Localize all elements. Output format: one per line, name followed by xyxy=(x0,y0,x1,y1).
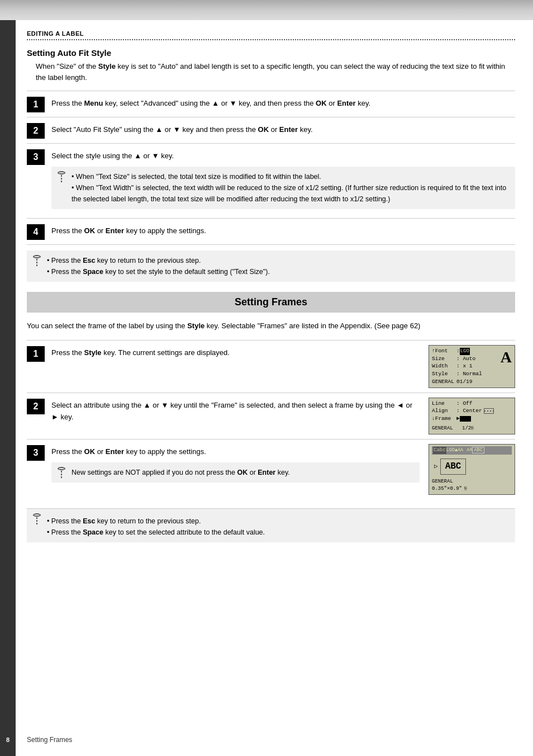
step-num-2: 2 xyxy=(27,123,45,139)
frames-step-2-text: Select an attribute using the ▲ or ▼ key… xyxy=(51,398,420,423)
lcd-row: Size: Auto xyxy=(432,355,482,363)
frames-step-2-image: Line: Off Align: Center ↓Frame► GENERAL … xyxy=(429,398,515,434)
frames-steps: 1 Press the Style key. The current setti… xyxy=(27,340,515,500)
note-icon xyxy=(56,171,67,182)
setting-frames-title-bar: Setting Frames xyxy=(27,292,515,313)
section-header: EDITING A LABEL xyxy=(27,30,515,37)
footer-sidebar: 8 xyxy=(0,731,16,748)
note-lines xyxy=(61,175,62,182)
step-num-3: 3 xyxy=(27,149,45,165)
auto-fit-desc: When "Size" of the Style key is set to "… xyxy=(36,61,515,83)
footer-label: Setting Frames xyxy=(27,736,72,744)
lcd-row: ↓Frame► xyxy=(432,415,512,423)
lcd-abc-text: ABC xyxy=(440,459,467,475)
step-num-4: 4 xyxy=(27,224,45,240)
frames-step-3-text: Press the OK or Enter key to apply the s… xyxy=(51,444,420,487)
lcd-3-topbar: CabcLGO▲AA A≜ABC xyxy=(432,446,512,455)
lcd-row: GENERAL01/19 xyxy=(432,378,482,386)
lcd-row: Style: Normal xyxy=(432,370,482,378)
main-content: EDITING A LABEL Setting Auto Fit Style W… xyxy=(16,20,533,756)
frames-step-1-image: ↑Font:LGO Size: Auto Width: x 1 Style: N… xyxy=(429,345,515,388)
auto-fit-steps: 1 Press the Menu key, select "Advanced" … xyxy=(27,91,515,245)
lcd-row: ↑Font:LGO xyxy=(432,347,482,355)
frames-step-3-content: Press the OK or Enter key to apply the s… xyxy=(51,444,515,495)
frames-step-3-image: CabcLGO▲AA A≜ABC ▷ ABC GENERAL0.35"×0.9"… xyxy=(429,444,515,495)
frames-step-2: 2 Select an attribute using the ▲ or ▼ k… xyxy=(27,393,515,440)
sidebar xyxy=(0,20,16,756)
frames-step-2-content: Select an attribute using the ▲ or ▼ key… xyxy=(51,398,515,434)
frames-bottom-note: • Press the Esc key to return to the pre… xyxy=(27,508,515,542)
lcd-row: Width: x 1 xyxy=(432,362,482,370)
auto-fit-title: Setting Auto Fit Style xyxy=(27,48,515,58)
frames-step-num-3: 3 xyxy=(27,445,45,461)
lcd-row: Line: Off xyxy=(432,400,512,408)
frames-step-1: 1 Press the Style key. The current setti… xyxy=(27,341,515,393)
lcd-2: Line: Off Align: Center ↓Frame► GENERAL … xyxy=(429,398,515,434)
step-2-text: Select "Auto Fit Style" using the ▲ or ▼… xyxy=(51,122,515,136)
note-icon-2 xyxy=(31,255,42,266)
page-wrapper: EDITING A LABEL Setting Auto Fit Style W… xyxy=(0,20,533,756)
frames-step-3: 3 Press the OK or Enter key to apply the… xyxy=(27,440,515,499)
frames-step-1-text: Press the Style key. The current setting… xyxy=(51,345,420,359)
auto-fit-bottom-note: • Press the Esc key to return to the pre… xyxy=(27,251,515,282)
note-icon-4 xyxy=(31,513,42,525)
note-icon-3 xyxy=(56,467,67,478)
frames-step-num-2: 2 xyxy=(27,399,45,414)
step-4-text: Press the OK or Enter key to apply the s… xyxy=(51,223,515,237)
step-3-text: Select the style using the ▲ or ▼ key. •… xyxy=(51,148,515,214)
footer-page-num: 8 xyxy=(6,736,9,743)
page-footer: 8 Setting Frames xyxy=(0,731,533,748)
note-circle xyxy=(58,171,65,174)
lcd-3-content: ▷ ABC xyxy=(432,456,512,477)
lcd-3-footer: GENERAL0.35"×0.9"⎘ xyxy=(432,478,512,493)
step-1-auto: 1 Press the Menu key, select "Advanced" … xyxy=(27,91,515,117)
step-num-1: 1 xyxy=(27,97,45,112)
setting-frames-desc: You can select the frame of the label by… xyxy=(27,320,515,332)
step-3-frames-note: New settings are NOT applied if you do n… xyxy=(51,462,420,483)
step-1-text: Press the Menu key, select "Advanced" us… xyxy=(51,96,515,110)
step-2-auto: 2 Select "Auto Fit Style" using the ▲ or… xyxy=(27,117,515,144)
dotted-rule xyxy=(27,39,515,40)
frames-step-num-1: 1 xyxy=(27,346,45,362)
setting-frames-title: Setting Frames xyxy=(235,296,307,308)
step-3-auto: 3 Select the style using the ▲ or ▼ key. xyxy=(27,144,515,219)
frames-step-1-content: Press the Style key. The current setting… xyxy=(51,345,515,388)
lcd-1: ↑Font:LGO Size: Auto Width: x 1 Style: N… xyxy=(429,345,515,388)
step-3-note: • When "Text Size" is selected, the tota… xyxy=(51,167,515,209)
step-4-auto: 4 Press the OK or Enter key to apply the… xyxy=(27,219,515,245)
lcd-big-a: A xyxy=(501,347,512,365)
lcd-3: CabcLGO▲AA A≜ABC ▷ ABC GENERAL0.35"×0.9"… xyxy=(429,444,515,495)
lcd-row: Align: Center xyxy=(432,407,512,415)
lcd-footer: GENERAL 1/2⎘ xyxy=(432,425,512,432)
top-bar xyxy=(0,0,533,20)
